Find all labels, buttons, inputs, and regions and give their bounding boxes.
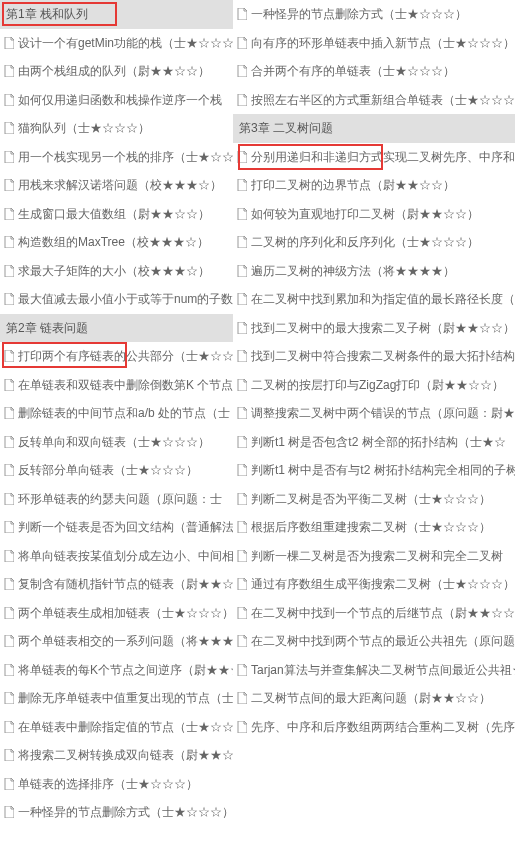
- left-item-21[interactable]: 两个单链表生成相加链表（士★☆☆☆）: [0, 599, 233, 628]
- page-icon: [4, 151, 14, 163]
- right-item-10[interactable]: 在二叉树中找到累加和为指定值的最长路径长度（: [233, 285, 515, 314]
- right-item-19[interactable]: 判断一棵二叉树是否为搜索二叉树和完全二叉树: [233, 542, 515, 571]
- item-label: 在单链表和双链表中删除倒数第K 个节点: [18, 371, 233, 400]
- left-item-16[interactable]: 反转部分单向链表（士★☆☆☆）: [0, 456, 233, 485]
- right-item-3[interactable]: 按照左右半区的方式重新组合单链表（士★☆☆☆）: [233, 86, 515, 115]
- left-item-7[interactable]: 生成窗口最大值数组（尉★★☆☆）: [0, 200, 233, 229]
- item-label: 求最大子矩阵的大小（校★★★☆）: [18, 257, 210, 286]
- item-label: 分别用递归和非递归方式实现二叉树先序、中序和: [251, 143, 515, 172]
- left-item-23[interactable]: 将单链表的每K个节点之间逆序（尉★★☆: [0, 656, 233, 685]
- page-icon: [4, 379, 14, 391]
- left-item-28[interactable]: 一种怪异的节点删除方式（士★☆☆☆）: [0, 798, 233, 827]
- left-item-27[interactable]: 单链表的选择排序（士★☆☆☆）: [0, 770, 233, 799]
- right-item-2[interactable]: 合并两个有序的单链表（士★☆☆☆）: [233, 57, 515, 86]
- right-item-15[interactable]: 判断t1 树是否包含t2 树全部的拓扑结构（士★☆: [233, 428, 515, 457]
- item-label: 打印两个有序链表的公共部分（士★☆☆☆）: [18, 342, 233, 371]
- left-item-19[interactable]: 将单向链表按某值划分成左边小、中间相: [0, 542, 233, 571]
- left-item-9[interactable]: 求最大子矩阵的大小（校★★★☆）: [0, 257, 233, 286]
- item-label: 反转单向和双向链表（士★☆☆☆）: [18, 428, 210, 457]
- page-icon: [237, 635, 247, 647]
- right-item-0[interactable]: 一种怪异的节点删除方式（士★☆☆☆）: [233, 0, 515, 29]
- right-item-13[interactable]: 二叉树的按层打印与ZigZag打印（尉★★☆☆）: [233, 371, 515, 400]
- left-item-20[interactable]: 复制含有随机指针节点的链表（尉★★☆: [0, 570, 233, 599]
- page-icon: [4, 65, 14, 77]
- left-chapter-11[interactable]: 第2章 链表问题: [0, 314, 233, 343]
- page-icon: [237, 350, 247, 362]
- item-label: 向有序的环形单链表中插入新节点（士★☆☆☆）: [251, 29, 515, 58]
- left-item-8[interactable]: 构造数组的MaxTree（校★★★☆）: [0, 228, 233, 257]
- right-item-14[interactable]: 调整搜索二叉树中两个错误的节点（原问题：尉★★★★）: [233, 399, 515, 428]
- left-item-15[interactable]: 反转单向和双向链表（士★☆☆☆）: [0, 428, 233, 457]
- page-icon: [237, 692, 247, 704]
- item-label: 找到二叉树中的最大搜索二叉子树（尉★★☆☆）: [251, 314, 515, 343]
- left-item-3[interactable]: 如何仅用递归函数和栈操作逆序一个栈: [0, 86, 233, 115]
- page-icon: [4, 806, 14, 818]
- item-label: 在单链表中删除指定值的节点（士★☆☆: [18, 713, 233, 742]
- item-label: 二叉树的按层打印与ZigZag打印（尉★★☆☆）: [251, 371, 504, 400]
- item-label: 将单向链表按某值划分成左边小、中间相: [18, 542, 233, 571]
- right-item-17[interactable]: 判断二叉树是否为平衡二叉树（士★☆☆☆）: [233, 485, 515, 514]
- page-icon: [4, 550, 14, 562]
- page-icon: [4, 208, 14, 220]
- item-label: 由两个栈组成的队列（尉★★☆☆）: [18, 57, 210, 86]
- right-item-18[interactable]: 根据后序数组重建搜索二叉树（士★☆☆☆）: [233, 513, 515, 542]
- page-icon: [4, 493, 14, 505]
- right-item-7[interactable]: 如何较为直观地打印二叉树（尉★★☆☆）: [233, 200, 515, 229]
- item-label: 判断一个链表是否为回文结构（普通解法: [18, 513, 233, 542]
- page-icon: [237, 407, 247, 419]
- page-icon: [4, 635, 14, 647]
- left-item-25[interactable]: 在单链表中删除指定值的节点（士★☆☆: [0, 713, 233, 742]
- right-item-8[interactable]: 二叉树的序列化和反序列化（士★☆☆☆）: [233, 228, 515, 257]
- page-icon: [4, 236, 14, 248]
- right-item-23[interactable]: Tarjan算法与并查集解决二叉树节点间最近公共祖★★★☆）: [233, 656, 515, 685]
- left-item-26[interactable]: 将搜索二叉树转换成双向链表（尉★★☆: [0, 741, 233, 770]
- page-icon: [4, 692, 14, 704]
- right-item-21[interactable]: 在二叉树中找到一个节点的后继节点（尉★★☆☆）: [233, 599, 515, 628]
- item-label: 在二叉树中找到累加和为指定值的最长路径长度（: [251, 285, 515, 314]
- item-label: 在二叉树中找到两个节点的最近公共祖先（原问题：尉★★☆☆再进阶问题：校★★★☆）: [251, 627, 515, 656]
- left-item-17[interactable]: 环形单链表的约瑟夫问题（原问题：士: [0, 485, 233, 514]
- item-label: 判断t1 树是否包含t2 树全部的拓扑结构（士★☆: [251, 428, 506, 457]
- item-label: 设计一个有getMin功能的栈（士★☆☆☆）: [18, 29, 233, 58]
- left-item-4[interactable]: 猫狗队列（士★☆☆☆）: [0, 114, 233, 143]
- item-label: 环形单链表的约瑟夫问题（原问题：士: [18, 485, 222, 514]
- page-icon: [237, 322, 247, 334]
- left-item-24[interactable]: 删除无序单链表中值重复出现的节点（士: [0, 684, 233, 713]
- right-item-16[interactable]: 判断t1 树中是否有与t2 树拓扑结构完全相同的子树: [233, 456, 515, 485]
- page-icon: [237, 179, 247, 191]
- right-item-1[interactable]: 向有序的环形单链表中插入新节点（士★☆☆☆）: [233, 29, 515, 58]
- page-icon: [237, 37, 247, 49]
- page-icon: [237, 578, 247, 590]
- left-item-12[interactable]: 打印两个有序链表的公共部分（士★☆☆☆）: [0, 342, 233, 371]
- right-item-12[interactable]: 找到二叉树中符合搜索二叉树条件的最大拓扑结构: [233, 342, 515, 371]
- right-item-5[interactable]: 分别用递归和非递归方式实现二叉树先序、中序和: [233, 143, 515, 172]
- right-item-11[interactable]: 找到二叉树中的最大搜索二叉子树（尉★★☆☆）: [233, 314, 515, 343]
- right-item-25[interactable]: 先序、中序和后序数组两两结合重构二叉树（先序（中序与后序结合士★☆☆☆先序与后序…: [233, 713, 515, 742]
- right-item-20[interactable]: 通过有序数组生成平衡搜索二叉树（士★☆☆☆）: [233, 570, 515, 599]
- item-label: 如何仅用递归函数和栈操作逆序一个栈: [18, 86, 222, 115]
- page-icon: [237, 265, 247, 277]
- page-icon: [237, 607, 247, 619]
- left-item-5[interactable]: 用一个栈实现另一个栈的排序（士★☆☆☆）: [0, 143, 233, 172]
- item-label: 调整搜索二叉树中两个错误的节点（原问题：尉★★★★）: [251, 399, 515, 428]
- right-item-9[interactable]: 遍历二叉树的神级方法（将★★★★）: [233, 257, 515, 286]
- left-item-18[interactable]: 判断一个链表是否为回文结构（普通解法: [0, 513, 233, 542]
- left-item-13[interactable]: 在单链表和双链表中删除倒数第K 个节点: [0, 371, 233, 400]
- item-label: 一种怪异的节点删除方式（士★☆☆☆）: [18, 798, 233, 827]
- item-label: 按照左右半区的方式重新组合单链表（士★☆☆☆）: [251, 86, 515, 115]
- page-icon: [237, 664, 247, 676]
- right-item-22[interactable]: 在二叉树中找到两个节点的最近公共祖先（原问题：尉★★☆☆再进阶问题：校★★★☆）: [233, 627, 515, 656]
- left-chapter-0[interactable]: 第1章 栈和队列: [0, 0, 233, 29]
- right-item-24[interactable]: 二叉树节点间的最大距离问题（尉★★☆☆）: [233, 684, 515, 713]
- item-label: 根据后序数组重建搜索二叉树（士★☆☆☆）: [251, 513, 491, 542]
- right-chapter-4[interactable]: 第3章 二叉树问题: [233, 114, 515, 143]
- left-item-1[interactable]: 设计一个有getMin功能的栈（士★☆☆☆）: [0, 29, 233, 58]
- left-item-6[interactable]: 用栈来求解汉诺塔问题（校★★★☆）: [0, 171, 233, 200]
- item-label: 二叉树的序列化和反序列化（士★☆☆☆）: [251, 228, 479, 257]
- item-label: 在二叉树中找到一个节点的后继节点（尉★★☆☆）: [251, 599, 515, 628]
- right-item-6[interactable]: 打印二叉树的边界节点（尉★★☆☆）: [233, 171, 515, 200]
- left-item-22[interactable]: 两个单链表相交的一系列问题（将★★★: [0, 627, 233, 656]
- left-item-2[interactable]: 由两个栈组成的队列（尉★★☆☆）: [0, 57, 233, 86]
- left-item-10[interactable]: 最大值减去最小值小于或等于num的子数: [0, 285, 233, 314]
- left-item-14[interactable]: 删除链表的中间节点和a/b 处的节点（士: [0, 399, 233, 428]
